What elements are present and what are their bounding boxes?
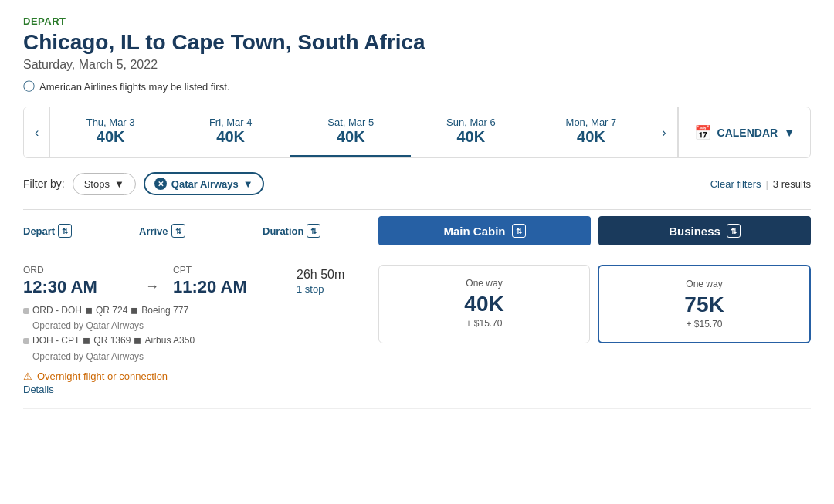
flights-container: ORD 12:30 AM → CPT 11:20 AM 26h 50m 1 st… [23,252,811,409]
depart-header[interactable]: Depart ⇅ [23,224,139,238]
date-label-3: Sun, Mar 6 [446,117,496,128]
date-label-2: Sat, Mar 5 [327,117,374,128]
info-icon: ⓘ [23,79,35,94]
filter-right: Clear filters | 3 results [710,178,811,190]
business-sort-icon: ⇅ [727,224,741,238]
duration-header-label: Duration [263,225,303,237]
route-title: Chicago, IL to Cape Town, South Africa [23,30,811,55]
clear-filters-link[interactable]: Clear filters [710,178,761,190]
duration-sort-icon: ⇅ [307,224,320,238]
stops-label: Stops [84,178,110,190]
main-cabin-header[interactable]: Main Cabin ⇅ [378,216,591,245]
segment-sep: ◼ [83,333,90,348]
date-label-4: Mon, Mar 7 [566,117,617,128]
flight-arrive-0: CPT 11:20 AM [173,265,289,297]
duration-time-0: 26h 50m [297,268,344,282]
flight-depart-0: ORD 12:30 AM [23,265,139,297]
segment-operated-0-1: Operated by Qatar Airways [32,350,378,364]
arrive-sort-icon: ⇅ [171,224,185,238]
arrow-right-icon: → [139,279,165,295]
segment-0-0: ORD - DOH ◼ QR 724 ◼ Boeing 777 [23,303,378,318]
calendar-section[interactable]: 📅 CALENDAR ▼ [678,107,810,157]
main-cabin-one-way-0: One way [388,278,580,289]
flight-details-0: ORD - DOH ◼ QR 724 ◼ Boeing 777 Operated… [23,303,378,364]
next-arrow[interactable]: › [651,107,677,157]
date-points-2: 40K [337,128,365,146]
date-points-4: 40K [577,128,605,146]
info-notice: ⓘ American Airlines flights may be liste… [23,79,811,94]
dot-icon [23,308,29,314]
duration-stops-0: 1 stop [297,283,344,295]
main-cabin-sort-icon: ⇅ [512,224,526,238]
results-divider: | [765,178,768,190]
column-headers: Depart ⇅ Arrive ⇅ Duration ⇅ Main Cabin … [23,209,811,252]
route-date: Saturday, March 5, 2022 [23,58,811,72]
business-points-0: 75K [609,293,800,317]
depart-header-label: Depart [23,225,55,237]
results-count: 3 results [773,178,811,190]
date-item-1[interactable]: Fri, Mar 4 40K [171,107,291,157]
date-label-1: Fri, Mar 4 [209,117,253,128]
flight-info-0: ORD 12:30 AM → CPT 11:20 AM 26h 50m 1 st… [23,265,378,396]
date-item-2[interactable]: Sat, Mar 5 40K [290,107,411,157]
business-header[interactable]: Business ⇅ [598,216,811,245]
stops-dropdown-icon: ▼ [114,178,124,190]
calendar-icon: 📅 [694,124,711,141]
date-points-3: 40K [457,128,486,146]
overnight-warning-0[interactable]: ⚠ Overnight flight or connection [23,370,378,382]
airline-remove-icon[interactable]: ✕ [154,178,167,190]
overnight-text-0: Overnight flight or connection [37,370,168,382]
business-one-way-0: One way [609,279,800,289]
dot-icon [23,338,29,344]
airline-label: Qatar Airways [171,178,239,190]
segment-aircraft: Boeing 777 [141,303,188,318]
cabin-headers: Main Cabin ⇅ Business ⇅ [378,216,811,245]
main-cabin-price-0[interactable]: One way 40K + $15.70 [378,265,590,343]
main-cabin-cash-0: + $15.70 [388,318,580,329]
segment-sep: ◼ [85,303,93,318]
main-cabin-points-0: 40K [388,292,580,316]
segment-0-1: DOH - CPT ◼ QR 1369 ◼ Airbus A350 [23,333,378,348]
date-points-0: 40K [97,128,125,146]
date-points-1: 40K [216,128,245,146]
segment-flight: QR 1369 [93,333,131,348]
arrive-code-0: CPT [173,265,289,276]
segment-aircraft: Airbus A350 [144,333,195,348]
price-options-0: One way 40K + $15.70 One way 75K + $15.7… [378,265,811,343]
calendar-label: CALENDAR [717,127,778,139]
segment-operated-0-0: Operated by Qatar Airways [32,319,378,333]
arrive-header-label: Arrive [139,225,168,237]
depart-label: DEPART [23,15,811,27]
warning-icon: ⚠ [23,370,32,382]
details-link-0[interactable]: Details [23,384,54,395]
segment-route: DOH - CPT [32,333,80,348]
duration-header[interactable]: Duration ⇅ [263,224,378,238]
flight-info-headers: Depart ⇅ Arrive ⇅ Duration ⇅ [23,224,378,238]
date-item-0[interactable]: Thu, Mar 3 40K [50,107,171,157]
arrive-header[interactable]: Arrive ⇅ [139,224,263,238]
flight-duration-0: 26h 50m 1 stop [297,268,344,295]
calendar-dropdown-icon: ▼ [784,127,795,139]
filter-bar: Filter by: Stops ▼ ✕ Qatar Airways ▼ Cle… [23,172,811,195]
date-nav-days: Thu, Mar 3 40K Fri, Mar 4 40K Sat, Mar 5… [50,107,651,157]
date-item-4[interactable]: Mon, Mar 7 40K [531,107,652,157]
arrive-time-0: 11:20 AM [173,277,289,297]
segment-flight: QR 724 [96,303,127,318]
depart-code-0: ORD [23,265,139,276]
airline-filter-btn[interactable]: ✕ Qatar Airways ▼ [144,172,264,195]
business-cash-0: + $15.70 [609,319,800,330]
depart-sort-icon: ⇅ [58,224,72,238]
prev-arrow[interactable]: ‹ [24,107,50,157]
segment-sep2: ◼ [134,333,141,348]
airline-dropdown-icon: ▼ [243,178,253,190]
filter-by-label: Filter by: [23,178,65,190]
business-label: Business [669,225,720,238]
main-cabin-label: Main Cabin [443,225,505,238]
business-price-0[interactable]: One way 75K + $15.70 [598,265,811,343]
depart-time-0: 12:30 AM [23,277,139,297]
segment-sep2: ◼ [131,303,138,318]
date-item-3[interactable]: Sun, Mar 6 40K [411,107,531,157]
flight-times-0: ORD 12:30 AM → CPT 11:20 AM 26h 50m 1 st… [23,265,378,297]
date-nav: ‹ Thu, Mar 3 40K Fri, Mar 4 40K Sat, Mar… [23,107,811,158]
stops-filter-btn[interactable]: Stops ▼ [73,173,136,195]
